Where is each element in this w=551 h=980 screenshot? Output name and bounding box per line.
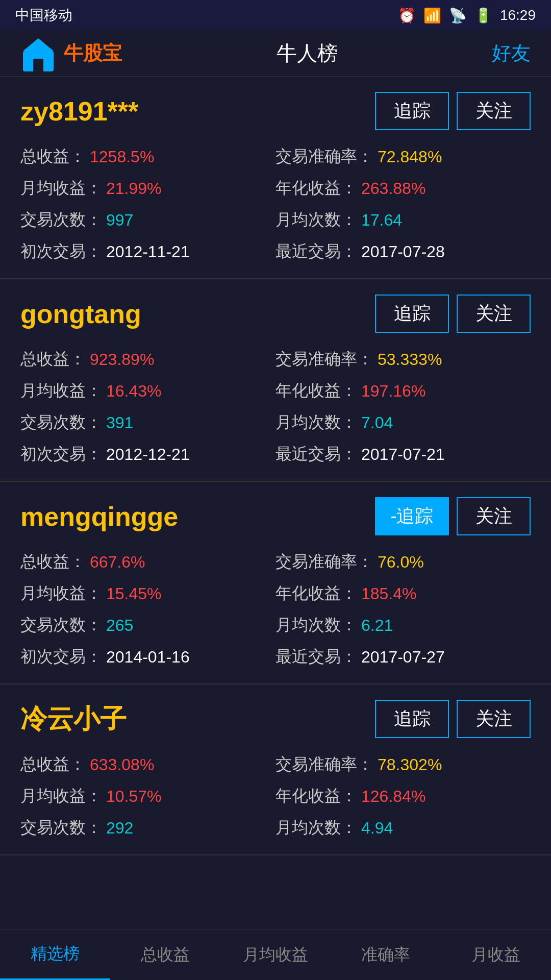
stat-label: 交易次数： bbox=[20, 209, 102, 231]
track-button-2[interactable]: 追踪 bbox=[375, 295, 449, 333]
stats-grid-2: 总收益： 923.89% 交易准确率： 53.333% 月均收益： 16.43%… bbox=[20, 348, 531, 465]
stat-value: 72.848% bbox=[378, 148, 442, 166]
stat-monthly-count-4: 月均次数： 4.94 bbox=[276, 817, 531, 839]
card-header-3: mengqingge -追踪 关注 bbox=[20, 497, 531, 535]
stat-last-trade-1: 最近交易： 2017-07-28 bbox=[276, 240, 531, 263]
user-card-2: gongtang 追踪 关注 总收益： 923.89% 交易准确率： 53.33… bbox=[0, 279, 551, 482]
logo-text: 牛股宝 bbox=[64, 40, 122, 66]
stat-value: 17.64 bbox=[361, 211, 402, 230]
content-area: zy8191*** 追踪 关注 总收益： 1258.5% 交易准确率： 72.8… bbox=[0, 77, 551, 912]
friends-link[interactable]: 好友 bbox=[492, 40, 531, 66]
stat-monthly-count-2: 月均次数： 7.04 bbox=[276, 411, 531, 434]
stat-annual-1: 年化收益： 263.88% bbox=[276, 177, 531, 200]
follow-button-2[interactable]: 关注 bbox=[457, 295, 531, 333]
battery-icon: 🔋 bbox=[474, 7, 492, 24]
follow-button-4[interactable]: 关注 bbox=[457, 700, 531, 738]
stat-first-trade-1: 初次交易： 2012-11-21 bbox=[20, 240, 276, 263]
svg-rect-2 bbox=[33, 59, 43, 71]
follow-button-3[interactable]: 关注 bbox=[457, 497, 531, 535]
track-button-1[interactable]: 追踪 bbox=[375, 92, 449, 130]
stat-value: 2017-07-28 bbox=[361, 242, 445, 261]
stats-grid-4: 总收益： 633.08% 交易准确率： 78.302% 月均收益： 10.57%… bbox=[20, 753, 531, 839]
tab-bar: 精选榜 总收益 月均收益 准确率 月收益 bbox=[0, 929, 551, 980]
tab-monthlycount[interactable]: 月收益 bbox=[441, 929, 551, 980]
username-3: mengqingge bbox=[20, 501, 178, 532]
stat-monthly-3: 月均收益： 15.45% bbox=[20, 582, 276, 605]
button-group-4: 追踪 关注 bbox=[375, 700, 531, 738]
stat-first-trade-2: 初次交易： 2012-12-21 bbox=[20, 443, 276, 465]
stat-label: 年化收益： bbox=[276, 177, 357, 200]
stat-accuracy-2: 交易准确率： 53.333% bbox=[276, 348, 531, 371]
stat-trades-3: 交易次数： 265 bbox=[20, 614, 276, 636]
stat-value: 1258.5% bbox=[90, 148, 154, 166]
stat-label: 月均收益： bbox=[20, 177, 102, 200]
signal-icon: 📡 bbox=[449, 7, 467, 24]
tab-accuracy[interactable]: 准确率 bbox=[331, 929, 441, 980]
svg-marker-1 bbox=[23, 38, 54, 51]
follow-button-1[interactable]: 关注 bbox=[457, 92, 531, 130]
username-1: zy8191*** bbox=[20, 96, 138, 127]
user-card-1: zy8191*** 追踪 关注 总收益： 1258.5% 交易准确率： 72.8… bbox=[0, 77, 551, 279]
stat-value: 263.88% bbox=[361, 179, 425, 198]
stat-label: 月均次数： bbox=[276, 209, 357, 231]
card-header-1: zy8191*** 追踪 关注 bbox=[20, 92, 531, 130]
stat-trades-2: 交易次数： 391 bbox=[20, 411, 276, 434]
user-card-3: mengqingge -追踪 关注 总收益： 667.6% 交易准确率： 76.… bbox=[0, 482, 551, 684]
header: 牛股宝 牛人榜 好友 bbox=[0, 31, 551, 77]
tab-featured[interactable]: 精选榜 bbox=[0, 929, 110, 980]
stats-grid-3: 总收益： 667.6% 交易准确率： 76.0% 月均收益： 15.45% 年化… bbox=[20, 551, 531, 668]
stats-grid-1: 总收益： 1258.5% 交易准确率： 72.848% 月均收益： 21.99%… bbox=[20, 145, 531, 263]
button-group-1: 追踪 关注 bbox=[375, 92, 531, 130]
stat-monthly-count-3: 月均次数： 6.21 bbox=[276, 614, 531, 636]
time-label: 16:29 bbox=[500, 7, 536, 23]
stat-total-return-1: 总收益： 1258.5% bbox=[20, 145, 276, 168]
stat-trades-4: 交易次数： 292 bbox=[20, 817, 276, 839]
card-header-2: gongtang 追踪 关注 bbox=[20, 295, 531, 333]
tab-total[interactable]: 总收益 bbox=[110, 929, 220, 980]
stat-total-return-3: 总收益： 667.6% bbox=[20, 551, 276, 573]
carrier-label: 中国移动 bbox=[15, 6, 72, 25]
logo-icon bbox=[20, 36, 56, 71]
stat-total-return-4: 总收益： 633.08% bbox=[20, 753, 276, 776]
stat-label: 交易准确率： bbox=[276, 145, 373, 168]
stat-accuracy-1: 交易准确率： 72.848% bbox=[276, 145, 531, 168]
stat-label: 总收益： bbox=[20, 145, 86, 168]
button-group-2: 追踪 关注 bbox=[375, 295, 531, 333]
stat-monthly-count-1: 月均次数： 17.64 bbox=[276, 209, 531, 231]
logo-area: 牛股宝 bbox=[20, 36, 122, 71]
user-card-4: 冷云小子 追踪 关注 总收益： 633.08% 交易准确率： 78.302% 月… bbox=[0, 684, 551, 855]
stat-total-return-2: 总收益： 923.89% bbox=[20, 348, 276, 371]
stat-accuracy-4: 交易准确率： 78.302% bbox=[276, 753, 531, 776]
stat-accuracy-3: 交易准确率： 76.0% bbox=[276, 551, 531, 573]
stat-first-trade-3: 初次交易： 2014-01-16 bbox=[20, 646, 276, 668]
stat-label: 最近交易： bbox=[276, 240, 357, 263]
stat-last-trade-2: 最近交易： 2017-07-21 bbox=[276, 443, 531, 465]
button-group-3: -追踪 关注 bbox=[375, 497, 531, 535]
tab-monthly[interactable]: 月均收益 bbox=[220, 929, 331, 980]
track-button-3[interactable]: -追踪 bbox=[375, 497, 449, 535]
stat-label: 初次交易： bbox=[20, 240, 102, 263]
status-bar: 中国移动 ⏰ 📶 📡 🔋 16:29 bbox=[0, 0, 551, 31]
clock-icon: ⏰ bbox=[398, 7, 416, 24]
card-header-4: 冷云小子 追踪 关注 bbox=[20, 700, 531, 738]
stat-value: 997 bbox=[106, 211, 133, 230]
stat-monthly-1: 月均收益： 21.99% bbox=[20, 177, 276, 200]
page-title: 牛人榜 bbox=[277, 39, 338, 67]
stat-monthly-2: 月均收益： 16.43% bbox=[20, 380, 276, 402]
track-button-4[interactable]: 追踪 bbox=[375, 700, 449, 738]
stat-annual-2: 年化收益： 197.16% bbox=[276, 380, 531, 402]
stat-value: 21.99% bbox=[106, 179, 162, 198]
stat-annual-3: 年化收益： 185.4% bbox=[276, 582, 531, 605]
stat-annual-4: 年化收益： 126.84% bbox=[276, 785, 531, 807]
username-2: gongtang bbox=[20, 299, 141, 329]
status-icons: ⏰ 📶 📡 🔋 16:29 bbox=[398, 7, 536, 24]
stat-last-trade-3: 最近交易： 2017-07-27 bbox=[276, 646, 531, 668]
stat-value: 2012-11-21 bbox=[106, 242, 190, 261]
stat-trades-1: 交易次数： 997 bbox=[20, 209, 276, 231]
username-4: 冷云小子 bbox=[20, 701, 127, 737]
wifi-icon: 📶 bbox=[423, 7, 441, 24]
stat-monthly-4: 月均收益： 10.57% bbox=[20, 785, 276, 807]
